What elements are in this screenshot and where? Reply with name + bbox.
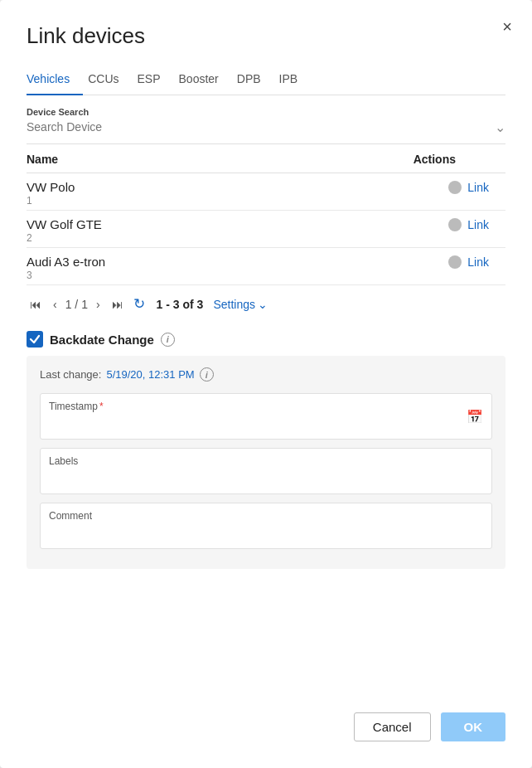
tab-dpb[interactable]: DPB bbox=[237, 66, 274, 95]
device-table: Name Actions VW Polo Link 1 VW Golf GTE … bbox=[27, 144, 505, 285]
ok-button[interactable]: OK bbox=[441, 712, 506, 741]
last-change-info-icon[interactable]: i bbox=[200, 367, 214, 382]
close-button[interactable]: × bbox=[499, 15, 515, 38]
settings-button[interactable]: Settings ⌄ bbox=[213, 298, 268, 311]
comment-input[interactable] bbox=[49, 523, 483, 542]
device-search-row[interactable]: ⌄ bbox=[27, 119, 505, 135]
row-main-3: Audi A3 e-tron Link bbox=[27, 255, 505, 269]
timestamp-input[interactable] bbox=[49, 414, 483, 432]
settings-chevron-icon: ⌄ bbox=[258, 298, 268, 311]
calendar-icon[interactable]: 📅 bbox=[467, 409, 483, 425]
row-action-2: Link bbox=[448, 218, 505, 231]
row-num-1: 1 bbox=[27, 195, 505, 207]
tab-ipb[interactable]: IPB bbox=[279, 66, 312, 95]
search-input[interactable] bbox=[27, 119, 495, 135]
tab-vehicles[interactable]: Vehicles bbox=[27, 66, 83, 95]
table-header: Name Actions bbox=[27, 144, 505, 173]
last-change-time: 5/19/20, 12:31 PM bbox=[106, 368, 194, 381]
tab-bar: Vehicles CCUs ESP Booster DPB IPB bbox=[27, 66, 505, 95]
chevron-down-icon: ⌄ bbox=[495, 119, 505, 135]
row-main-2: VW Golf GTE Link bbox=[27, 217, 505, 231]
comment-field: Comment bbox=[40, 503, 492, 549]
backdate-info-icon[interactable]: i bbox=[161, 333, 175, 347]
labels-field: Labels bbox=[40, 448, 492, 494]
device-name-1: VW Polo bbox=[27, 180, 75, 194]
link-button-2[interactable]: Link bbox=[467, 218, 489, 231]
comment-label: Comment bbox=[49, 510, 483, 522]
next-page-button[interactable]: › bbox=[93, 296, 104, 313]
prev-page-button[interactable]: ‹ bbox=[50, 296, 60, 313]
backdate-label: Backdate Change bbox=[50, 333, 154, 347]
page-count: 1 - 3 of 3 bbox=[157, 298, 204, 311]
footer-actions: Cancel OK bbox=[27, 693, 505, 741]
link-button-3[interactable]: Link bbox=[467, 255, 489, 269]
dialog-title: Link devices bbox=[27, 23, 505, 49]
table-row: VW Golf GTE Link 2 bbox=[27, 211, 505, 248]
row-num-3: 3 bbox=[27, 270, 505, 281]
labels-label: Labels bbox=[49, 455, 483, 467]
link-devices-dialog: × Link devices Vehicles CCUs ESP Booster… bbox=[0, 0, 532, 768]
device-name-3: Audi A3 e-tron bbox=[27, 255, 105, 269]
cancel-button[interactable]: Cancel bbox=[354, 712, 431, 741]
backdate-header: Backdate Change i bbox=[27, 331, 505, 348]
check-icon bbox=[29, 333, 41, 345]
link-circle-icon-1 bbox=[448, 181, 462, 194]
first-page-button[interactable]: ⏮ bbox=[27, 296, 45, 313]
link-circle-icon-2 bbox=[448, 218, 462, 231]
row-action-1: Link bbox=[448, 181, 505, 194]
col-actions-header: Actions bbox=[414, 153, 505, 166]
link-button-1[interactable]: Link bbox=[467, 181, 489, 194]
timestamp-field: Timestamp* 📅 bbox=[40, 393, 492, 440]
last-change-prefix: Last change: bbox=[40, 368, 101, 381]
pagination-bar: ⏮ ‹ 1 / 1 › ⏭ ↻ 1 - 3 of 3 Settings ⌄ bbox=[27, 295, 505, 313]
tab-esp[interactable]: ESP bbox=[138, 66, 174, 95]
backdate-card: Last change: 5/19/20, 12:31 PM i Timesta… bbox=[27, 356, 505, 569]
row-num-2: 2 bbox=[27, 232, 505, 244]
last-change-row: Last change: 5/19/20, 12:31 PM i bbox=[40, 367, 492, 382]
settings-label: Settings bbox=[213, 298, 255, 311]
tab-booster[interactable]: Booster bbox=[179, 66, 232, 95]
refresh-icon[interactable]: ↻ bbox=[133, 295, 145, 313]
last-page-button[interactable]: ⏭ bbox=[109, 296, 127, 313]
backdate-section: Backdate Change i Last change: 5/19/20, … bbox=[27, 331, 505, 569]
col-name-header: Name bbox=[27, 153, 58, 166]
device-search-section: Device Search ⌄ bbox=[27, 107, 505, 144]
tab-ccus[interactable]: CCUs bbox=[88, 66, 132, 95]
device-search-label: Device Search bbox=[27, 107, 505, 117]
table-row: VW Polo Link 1 bbox=[27, 173, 505, 211]
table-row: Audi A3 e-tron Link 3 bbox=[27, 248, 505, 285]
labels-input[interactable] bbox=[49, 469, 483, 487]
row-action-3: Link bbox=[448, 255, 505, 269]
device-name-2: VW Golf GTE bbox=[27, 217, 102, 231]
backdate-checkbox[interactable] bbox=[27, 331, 43, 348]
link-circle-icon-3 bbox=[448, 255, 462, 269]
timestamp-label: Timestamp* bbox=[49, 401, 483, 412]
page-current: 1 / 1 bbox=[65, 298, 88, 311]
timestamp-required: * bbox=[99, 401, 104, 412]
row-main-1: VW Polo Link bbox=[27, 180, 505, 194]
